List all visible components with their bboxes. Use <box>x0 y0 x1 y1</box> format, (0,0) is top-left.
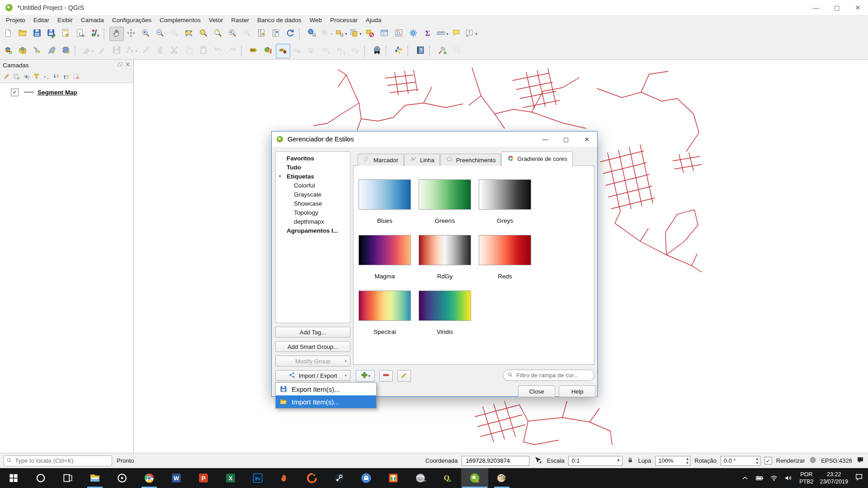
tab-linha[interactable]: Linha <box>404 154 440 166</box>
minimize-button[interactable]: — <box>806 0 826 15</box>
taskbar-steam-app[interactable] <box>326 468 353 488</box>
gradient-card-spectral[interactable]: Spectral <box>359 291 411 335</box>
text-annotation-button[interactable]: T▾ <box>464 27 478 41</box>
dialog-titlebar[interactable]: Gerenciador de Estilos — ▢ ✕ <box>272 131 597 147</box>
menu-camada[interactable]: Camada <box>77 15 108 25</box>
pan-map-button[interactable] <box>109 27 124 41</box>
taskbar-search-circle-app[interactable] <box>27 468 54 488</box>
new-shapefile-button[interactable] <box>30 44 44 58</box>
map-tips-button[interactable] <box>449 27 464 41</box>
category-grayscale[interactable]: Grayscale <box>276 190 350 199</box>
clock[interactable]: 23:2223/07/2019 <box>820 471 848 485</box>
select-by-value-button[interactable]: ▾ <box>348 27 363 41</box>
category-depthmapx[interactable]: depthmapx <box>276 217 350 226</box>
gradient-card-magma[interactable]: Magma <box>359 235 411 280</box>
float-panel-icon[interactable] <box>117 61 123 69</box>
new-project-button[interactable] <box>1 27 15 41</box>
category-colorful[interactable]: Colorful <box>276 181 350 190</box>
volume-icon[interactable] <box>784 474 793 483</box>
category-etiquetas[interactable]: ▾Etiquetas <box>276 172 350 181</box>
menu-configura-es[interactable]: Configurações <box>108 15 156 25</box>
battery-icon[interactable] <box>755 474 764 483</box>
menu-complementos[interactable]: Complementos <box>156 15 205 25</box>
menu-projeto[interactable]: Projeto <box>2 15 29 25</box>
gradient-card-greys[interactable]: Greys <box>479 179 531 224</box>
magnifier-spinbox[interactable]: 100%▲▼ <box>655 456 690 466</box>
taskbar-google-earth-app[interactable]: Pro <box>407 468 434 488</box>
menu-item-export-item-s-[interactable]: Export Item(s)... <box>276 383 376 395</box>
render-checkbox[interactable]: ✓ <box>764 457 772 465</box>
gradient-card-reds[interactable]: Reds <box>479 235 531 280</box>
add-item-button[interactable]: ▾ <box>356 370 375 382</box>
new-virtual-layer-button[interactable] <box>59 44 73 58</box>
gradient-card-rdgy[interactable]: RdGy <box>419 235 471 280</box>
pan-to-selection-button[interactable] <box>124 27 138 41</box>
metasearch-button[interactable] <box>370 44 384 58</box>
category-agrupamentos-i-[interactable]: Agrupamentos I... <box>276 226 350 235</box>
attribute-table-button[interactable] <box>377 27 392 41</box>
datasource-manager-button[interactable] <box>1 44 15 58</box>
gradient-search[interactable] <box>503 370 594 381</box>
visibility-icon[interactable] <box>23 73 30 80</box>
menu-editar[interactable]: Editar <box>29 15 53 25</box>
menu-vetor[interactable]: Vetor <box>205 15 227 25</box>
crs-text[interactable]: EPSG:4326 <box>821 457 852 464</box>
taskbar-hand-app-app[interactable] <box>271 468 298 488</box>
locate-input[interactable] <box>14 457 109 465</box>
tray-chevron-icon[interactable] <box>741 474 750 483</box>
taskbar-start-button[interactable] <box>0 468 27 488</box>
style-brush-icon[interactable] <box>3 73 10 80</box>
gradient-search-input[interactable] <box>515 371 597 379</box>
taskbar-gog-galaxy-app[interactable] <box>108 468 136 488</box>
layer-name[interactable]: Segment Map <box>38 89 77 96</box>
zoom-last-button[interactable] <box>225 27 240 41</box>
category-topology[interactable]: Topology <box>276 208 350 217</box>
save-project-button[interactable] <box>30 27 44 41</box>
tab-marcador[interactable]: Marcador <box>358 154 404 166</box>
coordinate-field[interactable] <box>462 456 529 466</box>
dialog-maximize-button[interactable]: ▢ <box>556 131 576 147</box>
gradient-card-viridis[interactable]: Viridis <box>419 291 471 335</box>
collapse-all-icon[interactable] <box>62 73 70 80</box>
taskbar-chrome-app[interactable] <box>136 468 163 488</box>
identify-features-button[interactable]: i <box>305 27 319 41</box>
add-smart-group-button[interactable]: Add Smart Group... <box>275 341 350 352</box>
statistics-button[interactable] <box>392 27 406 41</box>
tab-preenchimento[interactable]: Preenchimento <box>440 154 501 166</box>
close-button[interactable]: ✕ <box>847 0 868 15</box>
menu-raster[interactable]: Raster <box>227 15 253 25</box>
sum-features-button[interactable]: Σ <box>420 27 435 41</box>
menu-ajuda[interactable]: Ajuda <box>362 15 386 25</box>
pin-labels-button[interactable]: ab <box>276 44 290 58</box>
select-features-button[interactable]: ▾ <box>334 27 348 41</box>
taskbar-task-view-app[interactable] <box>54 468 81 488</box>
expand-all-icon[interactable] <box>52 73 60 80</box>
layout-manager-button[interactable] <box>73 27 88 41</box>
zoom-out-button[interactable] <box>153 27 167 41</box>
close-panel-icon[interactable] <box>125 61 131 69</box>
filter-legend-icon[interactable] <box>33 73 40 80</box>
menu-item-import-item-s-[interactable]: Import Item(s)... <box>276 395 376 408</box>
locate-box[interactable] <box>4 455 112 466</box>
zoom-full-button[interactable] <box>182 27 196 41</box>
expander-icon[interactable]: ▾ <box>279 174 281 178</box>
processing-toolbox-button[interactable] <box>406 27 420 41</box>
zoom-to-selection-button[interactable] <box>211 27 225 41</box>
gradient-card-greens[interactable]: Greens <box>419 179 471 224</box>
zoom-in-button[interactable] <box>138 27 153 41</box>
add-tag-button[interactable]: Add Tag... <box>275 327 350 338</box>
log-messages-icon[interactable] <box>856 456 864 466</box>
taskbar-excel-app[interactable]: X <box>217 468 244 488</box>
python-console-button[interactable] <box>392 44 406 58</box>
category-showcase[interactable]: Showcase <box>276 199 350 208</box>
menu-processar[interactable]: Processar <box>326 15 362 25</box>
scale-combo[interactable]: 0:1▼ <box>568 456 623 466</box>
remove-layer-icon[interactable] <box>72 73 80 80</box>
menu-web[interactable]: Web <box>306 15 326 25</box>
category-favoritos[interactable]: Favoritos <box>276 154 350 163</box>
crs-globe-icon[interactable] <box>809 456 817 466</box>
measure-button[interactable]: ▾ <box>435 27 449 41</box>
taskbar-file-explorer-app[interactable] <box>81 468 108 488</box>
open-project-button[interactable] <box>15 27 30 41</box>
new-spatialite-button[interactable] <box>44 44 59 58</box>
